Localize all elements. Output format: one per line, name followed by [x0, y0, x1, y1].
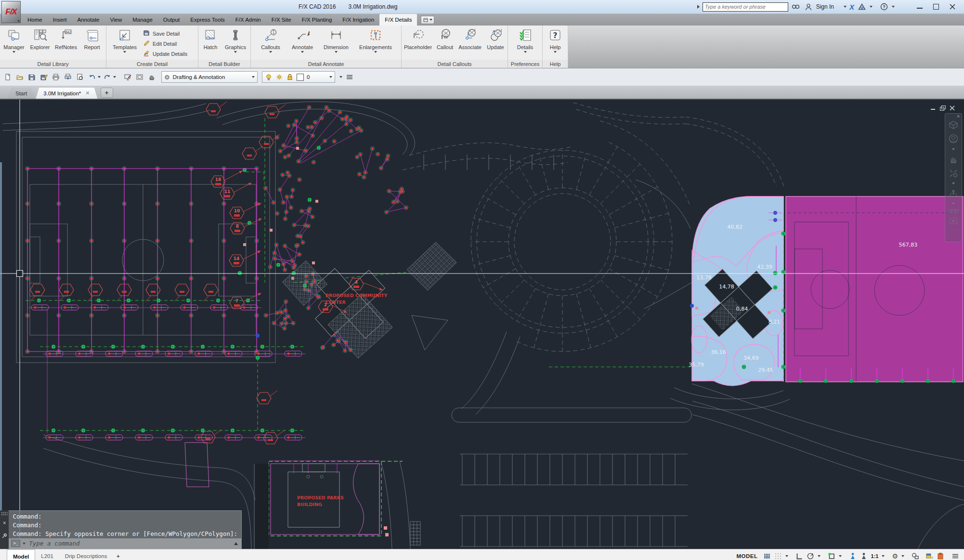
- drawing-canvas[interactable]: 18111081474240,8242,3913,7814,780,848,21…: [0, 100, 964, 549]
- undo-icon[interactable]: [87, 71, 97, 83]
- grid-display-icon[interactable]: [774, 551, 782, 560]
- search-icon[interactable]: [791, 2, 801, 12]
- command-scroll-up-icon[interactable]: [234, 542, 238, 545]
- hatch-button[interactable]: Hatch: [200, 27, 221, 50]
- placeholder-button[interactable]: Placeholder: [403, 27, 433, 50]
- sign-in-button[interactable]: Sign In: [816, 3, 834, 10]
- navigation-bar[interactable]: ✕: [945, 113, 962, 242]
- customization-menu-icon[interactable]: [951, 551, 959, 560]
- batch-plot-icon[interactable]: [63, 71, 73, 83]
- save-icon[interactable]: [26, 71, 37, 83]
- snap-grid-icon[interactable]: [763, 551, 771, 560]
- drawing-area[interactable]: 18111081474240,8242,3913,7814,780,848,21…: [0, 100, 964, 549]
- command-line-panel[interactable]: ✕ Command:Command:Command: Specify oppos…: [0, 510, 242, 549]
- autoscale-icon[interactable]: [860, 551, 868, 560]
- recent-commands-caret-icon[interactable]: [23, 543, 26, 545]
- layer-lock-icon[interactable]: [286, 73, 294, 81]
- help-menu-icon[interactable]: ?: [879, 2, 889, 12]
- viewport-icon[interactable]: [134, 71, 145, 83]
- polar-caret-icon[interactable]: [818, 555, 821, 557]
- command-input-row[interactable]: >_: [9, 538, 241, 548]
- file-tab-irrigation[interactable]: 3.0M Irrigation*✕: [36, 88, 97, 99]
- ribbon-tab-output[interactable]: Output: [158, 14, 185, 26]
- navbar-close-icon[interactable]: ✕: [956, 114, 960, 119]
- ribbon-display-toggle[interactable]: [421, 16, 434, 24]
- file-tab-close-icon[interactable]: ✕: [85, 90, 90, 96]
- viewport-close-icon[interactable]: [950, 105, 955, 111]
- manager-button[interactable]: Manager: [1, 27, 26, 53]
- clean-screen-icon[interactable]: [937, 551, 944, 560]
- command-input[interactable]: [28, 539, 232, 547]
- dimension-button[interactable]: Dimension: [322, 27, 351, 53]
- ribbon-tab-express-tools[interactable]: Express Tools: [185, 14, 230, 26]
- space-label[interactable]: MODEL: [737, 553, 758, 559]
- toolbar-customize-icon[interactable]: [346, 73, 353, 81]
- annotate-button[interactable]: AAnnotate: [290, 27, 315, 53]
- details-prefs-button[interactable]: Details: [513, 27, 538, 53]
- a360-caret-icon[interactable]: [870, 6, 873, 8]
- viewcube-icon[interactable]: [948, 120, 959, 129]
- search-input[interactable]: [703, 2, 788, 12]
- grid-caret-icon[interactable]: [785, 555, 788, 557]
- exchange-apps-icon[interactable]: X: [849, 3, 854, 11]
- help-caret-icon[interactable]: [892, 6, 895, 8]
- workspace-switching-icon[interactable]: ⚙: [892, 552, 898, 560]
- polar-tracking-icon[interactable]: [807, 551, 814, 560]
- orbit-icon[interactable]: [949, 189, 958, 198]
- update-details-button[interactable]: Update Details: [143, 50, 187, 58]
- ribbon-tab-insert[interactable]: Insert: [48, 14, 72, 26]
- new-file-icon[interactable]: [2, 71, 13, 83]
- command-panel-close-icon[interactable]: ✕: [3, 520, 6, 526]
- callout-button[interactable]: Callout: [434, 27, 456, 50]
- workspace-select[interactable]: ⚙ Drafting & Annotation: [161, 71, 258, 83]
- layer-on-icon[interactable]: [265, 73, 273, 81]
- annotation-visibility-icon[interactable]: [849, 551, 857, 560]
- sign-in-caret-icon[interactable]: [844, 6, 847, 8]
- isolate-objects-icon[interactable]: [912, 551, 919, 560]
- steering-wheel-icon[interactable]: [948, 133, 959, 144]
- showmotion-play-icon[interactable]: [950, 218, 957, 224]
- layer-select[interactable]: 0: [262, 71, 335, 83]
- redo-caret-icon[interactable]: [113, 76, 116, 78]
- ribbon-tab-f-x-site[interactable]: F/X Site: [266, 14, 297, 26]
- associate-button[interactable]: 1Associate: [456, 27, 483, 50]
- plot-icon[interactable]: [51, 71, 61, 83]
- help-button[interactable]: ?Help: [546, 27, 565, 53]
- graphics-performance-icon[interactable]: ✓: [925, 551, 933, 560]
- layer-thaw-icon[interactable]: [275, 73, 283, 81]
- plot-preview-icon[interactable]: [75, 71, 85, 83]
- share-icon[interactable]: [146, 71, 157, 83]
- showmotion-frames-icon[interactable]: [948, 209, 959, 213]
- layout-tab-l201[interactable]: L201: [35, 549, 59, 560]
- templates-button[interactable]: Templates: [110, 27, 139, 53]
- update-button[interactable]: 1Update: [484, 27, 507, 50]
- annotation-scale-value[interactable]: 1:1: [871, 553, 879, 559]
- ribbon-tab-annotate[interactable]: Annotate: [72, 14, 104, 26]
- ribbon-tab-f-x-details[interactable]: F/X Details: [379, 14, 417, 26]
- redo-icon[interactable]: [102, 71, 113, 83]
- ribbon-tab-view[interactable]: View: [105, 14, 128, 26]
- viewport-restore-icon[interactable]: [940, 105, 945, 111]
- zoom-extents-icon[interactable]: [949, 169, 958, 178]
- graphics-button[interactable]: Graphics: [222, 27, 249, 53]
- screen-annotate-icon[interactable]: [122, 71, 133, 83]
- callouts-button[interactable]: 1Callouts: [258, 27, 283, 53]
- refnotes-button[interactable]: 042RefNotes: [53, 27, 78, 50]
- command-panel-grip[interactable]: [1, 512, 8, 516]
- new-layout-button[interactable]: +: [113, 549, 123, 560]
- ribbon-tab-home[interactable]: Home: [22, 14, 48, 26]
- viewport-minimize-icon[interactable]: [930, 105, 936, 111]
- layout-tab-drip-descriptions[interactable]: Drip Descriptions: [59, 549, 113, 560]
- explorer-button[interactable]: Explorer: [27, 27, 52, 50]
- a360-icon[interactable]: [857, 2, 867, 12]
- ribbon-tab-f-x-irrigation[interactable]: F/X Irrigation: [337, 14, 379, 26]
- window-maximize-button[interactable]: [933, 4, 939, 10]
- window-minimize-button[interactable]: [917, 4, 923, 10]
- undo-caret-icon[interactable]: [98, 76, 101, 78]
- toolbar-overflow-caret-icon[interactable]: [339, 76, 342, 78]
- save-as-icon[interactable]: [39, 71, 49, 83]
- ribbon-tab-manage[interactable]: Manage: [127, 14, 158, 26]
- pan-hand-icon[interactable]: [949, 155, 958, 164]
- new-drawing-tab-button[interactable]: +: [101, 88, 113, 98]
- workspace-caret-icon[interactable]: [901, 555, 904, 557]
